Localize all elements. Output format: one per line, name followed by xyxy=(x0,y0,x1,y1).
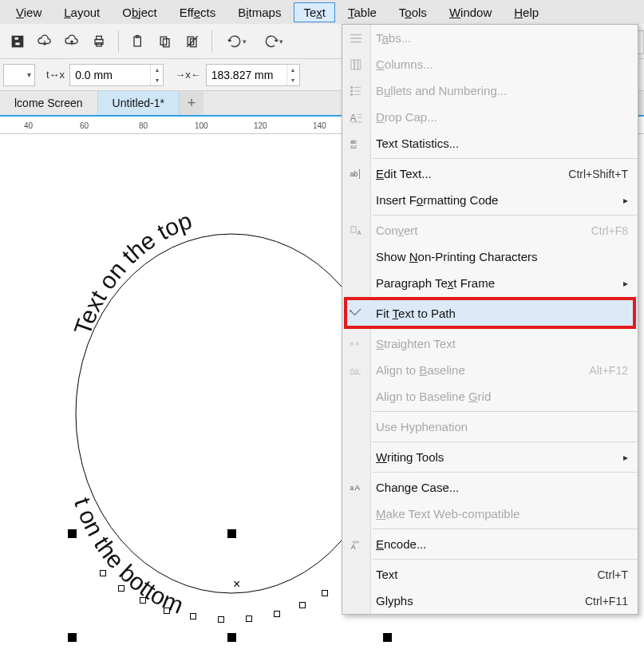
offset-x-field[interactable]: ▴▾ xyxy=(69,64,164,86)
preset-dropdown[interactable]: ▾ xyxy=(3,64,35,86)
menuitem-encode[interactable]: </>AEncode... xyxy=(342,531,638,557)
menuitem-edit-text[interactable]: abEdit Text...Ctrl+Shift+T xyxy=(342,160,638,187)
selection-handle[interactable] xyxy=(227,529,236,538)
menu-effects[interactable]: Effects xyxy=(170,2,226,22)
menuitem-paragraph-text-frame[interactable]: Paragraph Text Frame▸ xyxy=(342,270,638,296)
node-handle[interactable] xyxy=(274,611,280,617)
tab-untitled-1[interactable]: Untitled-1* xyxy=(98,91,180,115)
menuitem-change-case[interactable]: aAChange Case... xyxy=(342,474,638,501)
cloud-up-button[interactable] xyxy=(59,29,85,54)
menuitem-align-to-baseline-grid: Align to Baseline Grid xyxy=(342,383,638,410)
text-on-top[interactable]: Text on the top xyxy=(69,207,195,338)
node-handle[interactable] xyxy=(190,613,196,619)
node-handle[interactable] xyxy=(218,616,224,623)
menuitem-convert: AConvertCtrl+F8 xyxy=(342,217,638,243)
svg-text:ab: ab xyxy=(350,170,358,178)
svg-text:a: a xyxy=(350,339,354,346)
distance-input[interactable] xyxy=(207,69,286,81)
menuitem-label: Paragraph Text Frame xyxy=(376,276,495,290)
menuitem-label: Change Case... xyxy=(376,481,459,494)
menu-separator xyxy=(373,158,638,159)
svg-text:Aa: Aa xyxy=(350,366,359,374)
menu-window[interactable]: Window xyxy=(440,2,501,22)
node-handle[interactable] xyxy=(164,608,170,614)
text-menu-dropdown: Tabs...Columns...Bullets and Numbering..… xyxy=(342,24,638,615)
menuitem-label: Tabs... xyxy=(376,31,411,45)
offset-x-input[interactable] xyxy=(70,69,150,81)
svg-text:A: A xyxy=(355,483,361,492)
add-tab-button[interactable]: + xyxy=(180,91,203,115)
menu-object[interactable]: Object xyxy=(113,2,166,22)
node-handle[interactable] xyxy=(100,570,106,576)
svg-text:A: A xyxy=(351,544,356,551)
menu-table[interactable]: Table xyxy=(338,2,386,22)
case-icon: aA xyxy=(347,479,365,497)
paste-button[interactable] xyxy=(125,29,151,54)
menu-text[interactable]: Text xyxy=(294,2,335,22)
ruler-tick-120: 120 xyxy=(254,121,267,130)
text-on-bottom[interactable]: t on the bottom xyxy=(69,494,188,619)
selection-handle[interactable] xyxy=(68,633,77,642)
undo-split-button[interactable]: ▾ xyxy=(219,29,254,54)
menuitem-label: Insert Formatting Code xyxy=(376,193,498,207)
menu-bitmaps[interactable]: Bitmaps xyxy=(228,2,290,22)
bullets-icon xyxy=(347,82,365,100)
object-center-icon: × xyxy=(233,577,240,592)
menu-separator xyxy=(373,215,638,216)
print-button[interactable] xyxy=(86,29,112,54)
ellipse-object[interactable]: Text on the top t on the bottom xyxy=(48,190,367,589)
offset-x-spinner[interactable]: ▴▾ xyxy=(150,65,163,85)
save-button[interactable] xyxy=(5,29,30,54)
cut-button[interactable] xyxy=(180,29,205,54)
ruler-tick-140: 140 xyxy=(313,121,326,130)
menu-view[interactable]: View xyxy=(6,2,51,22)
menu-layout[interactable]: Layout xyxy=(54,2,109,22)
selection-handle[interactable] xyxy=(383,633,392,642)
encode-icon: </>A xyxy=(347,536,365,553)
redo-split-button[interactable]: ▾ xyxy=(255,29,290,54)
straighten-icon: aa xyxy=(347,335,365,353)
ruler-tick-80: 80 xyxy=(139,121,148,130)
menu-tools[interactable]: Tools xyxy=(389,2,437,22)
menuitem-show-non-printing-characters[interactable]: Show Non-Printing Characters xyxy=(342,243,638,270)
svg-text:a: a xyxy=(354,338,361,346)
columns-icon xyxy=(347,56,365,73)
menu-separator xyxy=(373,328,638,329)
selection-handle[interactable] xyxy=(227,633,236,642)
menu-separator xyxy=(373,528,638,529)
copy-button[interactable] xyxy=(152,29,178,54)
fitpath-icon xyxy=(347,305,365,323)
menuitem-text-statistics[interactable]: abText Statistics... xyxy=(342,130,638,156)
node-handle[interactable] xyxy=(299,602,306,608)
menuitem-writing-tools[interactable]: Writing Tools▸ xyxy=(342,444,638,470)
menuitem-glyphs[interactable]: GlyphsCtrl+F11 xyxy=(342,588,638,614)
menuitem-fit-text-to-path[interactable]: Fit Text to Path xyxy=(342,300,638,327)
menu-help[interactable]: Help xyxy=(504,2,548,22)
selection-handle[interactable] xyxy=(68,529,77,538)
distance-spinner[interactable]: ▴▾ xyxy=(286,65,299,85)
menuitem-columns: Columns... xyxy=(342,51,638,77)
menuitem-label: Use Hyphenation xyxy=(376,420,468,433)
svg-rect-6 xyxy=(134,37,140,46)
ruler-tick-100: 100 xyxy=(195,121,208,130)
svg-rect-33 xyxy=(351,226,356,232)
node-handle[interactable] xyxy=(322,590,328,596)
node-handle[interactable] xyxy=(246,616,252,622)
menuitem-label: Writing Tools xyxy=(376,450,444,464)
menuitem-insert-formatting-code[interactable]: Insert Formatting Code▸ xyxy=(342,187,638,213)
cloud-down-button[interactable] xyxy=(32,29,57,54)
tab-welcome[interactable]: lcome Screen xyxy=(0,91,98,115)
node-handle[interactable] xyxy=(118,585,124,592)
menuitem-text[interactable]: TextCtrl+T xyxy=(342,561,638,588)
ruler-tick-40: 40 xyxy=(24,121,33,130)
node-handle[interactable] xyxy=(140,597,146,604)
menuitem-make-text-web-compatible: Make Text Web-compatible xyxy=(342,501,638,527)
menuitem-label: Glyphs xyxy=(376,594,413,608)
baseline-icon: Aa xyxy=(347,362,365,379)
menuitem-label: Convert xyxy=(376,224,418,237)
distance-field[interactable]: ▴▾ xyxy=(206,64,300,86)
menubar: View Layout Object Effects Bitmaps Text … xyxy=(0,0,644,24)
svg-point-17 xyxy=(351,86,353,88)
menuitem-shortcut: Ctrl+F11 xyxy=(585,595,628,608)
svg-text:a: a xyxy=(350,485,354,492)
